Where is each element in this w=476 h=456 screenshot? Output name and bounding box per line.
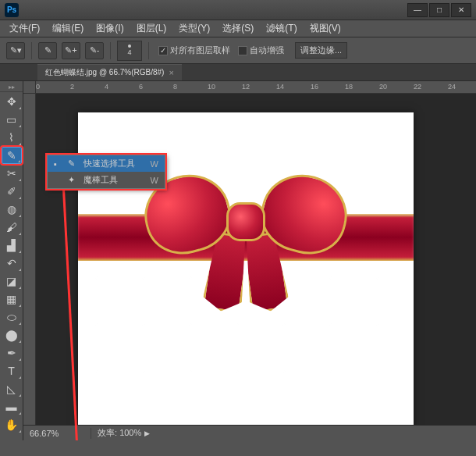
tool-eyedropper[interactable]: ✐ <box>2 183 22 200</box>
ruler-tick: 22 <box>414 83 421 91</box>
titlebar: Ps — □ ✕ <box>0 0 476 20</box>
tool-history[interactable]: ↶ <box>2 255 22 272</box>
maximize-button[interactable]: □ <box>429 3 449 17</box>
canvas-area: 024681012141618202224 ▪ ✎ 快速选择工具 W <box>23 81 476 440</box>
tool-move[interactable]: ✥ <box>2 93 22 110</box>
flyout-magic-wand[interactable]: ✦ 魔棒工具 W <box>48 172 165 188</box>
bow-image <box>144 167 347 308</box>
close-button[interactable]: ✕ <box>451 3 471 17</box>
tab-label: 红色蝴蝶结.jpg @ 66.7%(RGB/8#) <box>45 67 164 78</box>
tool-pen[interactable]: ✒ <box>2 344 22 362</box>
tool-blur[interactable]: ⬭ <box>2 308 22 326</box>
ruler-tick: 10 <box>208 83 215 91</box>
document-tabbar: 红色蝴蝶结.jpg @ 66.7%(RGB/8#) × <box>0 64 476 81</box>
tool-text[interactable]: T <box>2 362 22 379</box>
menu-edit[interactable]: 编辑(E) <box>46 20 90 37</box>
sample-all-checkbox[interactable]: ✓对所有图层取样 <box>158 45 230 56</box>
tool-lasso[interactable]: ⌇ <box>2 129 22 146</box>
tool-eraser[interactable]: ◪ <box>2 273 22 290</box>
tool-healing[interactable]: ◍ <box>2 201 22 218</box>
tool-path[interactable]: ◺ <box>2 380 22 397</box>
add-selection-button[interactable]: ✎+ <box>62 42 80 59</box>
tool-crop[interactable]: ✂ <box>2 165 22 182</box>
tool-marquee[interactable]: ▭ <box>2 111 22 128</box>
menu-select[interactable]: 选择(S) <box>216 20 260 37</box>
tool-flyout-menu: ▪ ✎ 快速选择工具 W ✦ 魔棒工具 W <box>47 155 165 189</box>
ruler-tick: 2 <box>70 83 74 91</box>
tab-close-icon[interactable]: × <box>169 68 173 77</box>
ruler-tick: 6 <box>139 83 143 91</box>
ruler-origin[interactable] <box>23 81 36 94</box>
menubar: 文件(F) 编辑(E) 图像(I) 图层(L) 类型(Y) 选择(S) 滤镜(T… <box>0 20 476 37</box>
vertical-ruler[interactable] <box>23 94 36 440</box>
menu-filter[interactable]: 滤镜(T) <box>260 20 303 37</box>
document-tab[interactable]: 红色蝴蝶结.jpg @ 66.7%(RGB/8#) × <box>37 64 182 80</box>
brush-size-value: 4 <box>127 48 131 56</box>
ruler-tick: 4 <box>105 83 108 91</box>
tool-stamp[interactable]: ▟ <box>2 237 22 254</box>
menu-view[interactable]: 视图(V) <box>304 20 347 37</box>
horizontal-ruler[interactable]: 024681012141618202224 <box>36 81 476 94</box>
ruler-tick: 18 <box>345 83 353 91</box>
menu-file[interactable]: 文件(F) <box>3 20 46 37</box>
refine-edge-button[interactable]: 调整边缘... <box>295 42 347 59</box>
brush-picker[interactable]: 4 <box>117 41 142 61</box>
tool-brush[interactable]: 🖌 <box>2 219 22 236</box>
magic-wand-icon: ✦ <box>65 175 77 185</box>
tool-preset-button[interactable]: ✎▾ <box>6 42 25 59</box>
tool-shape[interactable]: ▬ <box>2 398 22 415</box>
tool-hand[interactable]: ✋ <box>2 416 22 433</box>
app-logo: Ps <box>5 3 19 17</box>
ruler-tick: 16 <box>311 83 318 91</box>
ruler-tick: 14 <box>276 83 284 91</box>
tool-quick-select[interactable]: ✎ <box>2 147 22 164</box>
auto-enhance-checkbox[interactable]: 自动增强 <box>238 45 284 56</box>
minimize-button[interactable]: — <box>407 3 428 17</box>
quick-selection-icon: ✎ <box>65 159 77 169</box>
status-menu-icon[interactable]: ▶ <box>144 429 150 437</box>
menu-type[interactable]: 类型(Y) <box>172 20 216 37</box>
menu-image[interactable]: 图像(I) <box>90 20 130 37</box>
toolbar-collapse[interactable]: ▸▸ <box>0 83 23 92</box>
flyout-quick-selection[interactable]: ▪ ✎ 快速选择工具 W <box>48 155 165 172</box>
tool-gradient[interactable]: ▦ <box>2 290 22 308</box>
ruler-tick: 12 <box>242 83 250 91</box>
new-selection-button[interactable]: ✎ <box>38 42 57 59</box>
window-controls: — □ ✕ <box>406 3 471 17</box>
status-bar: 66.67% 效率: 100% ▶ <box>23 425 476 440</box>
ruler-tick: 8 <box>173 83 177 91</box>
efficiency-label[interactable]: 效率: 100% <box>98 427 141 439</box>
menu-layer[interactable]: 图层(L) <box>130 20 173 37</box>
ruler-tick: 0 <box>36 83 40 91</box>
options-bar: ✎▾ ✎ ✎+ ✎- 4 ✓对所有图层取样 自动增强 调整边缘... <box>0 37 476 64</box>
ruler-tick: 24 <box>448 83 456 91</box>
ruler-tick: 20 <box>379 83 387 91</box>
toolbox: ▸▸ ✥▭⌇✎✂✐◍🖌▟↶◪▦⬭⬤✒T◺▬✋ <box>0 81 23 440</box>
subtract-selection-button[interactable]: ✎- <box>85 42 104 59</box>
tool-dodge[interactable]: ⬤ <box>2 326 22 344</box>
